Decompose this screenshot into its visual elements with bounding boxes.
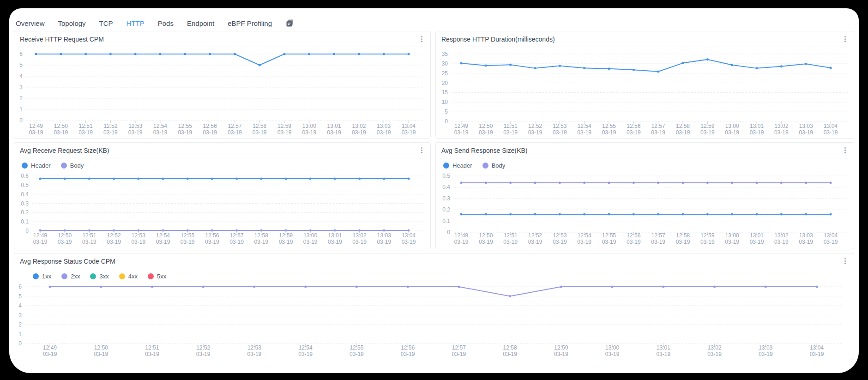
x-axis-date-label: 03-19 (303, 239, 318, 245)
x-axis-time-label: 12:55 (602, 232, 616, 239)
x-axis-date-label: 03-19 (203, 129, 217, 136)
y-axis-label: 0 (447, 229, 450, 235)
data-point (682, 181, 684, 184)
y-axis-label: 2 (19, 95, 23, 102)
x-axis-date-label: 03-19 (503, 129, 518, 136)
x-axis-time-label: 12:52 (107, 232, 121, 239)
legend-item-5xx[interactable]: 5xx (148, 273, 166, 280)
x-axis-time-label: 13:04 (402, 123, 416, 129)
x-axis-date-label: 03-19 (156, 239, 170, 245)
x-axis-time-label: 13:03 (799, 123, 813, 129)
legend-dot (148, 273, 154, 279)
copy-report-icon[interactable] (285, 18, 295, 28)
y-axis-label: 0.4 (21, 191, 29, 198)
tab-topology[interactable]: Topology (58, 19, 86, 27)
tab-bar: Overview Topology TCP HTTP Pods Endpoint… (16, 15, 850, 31)
legend-item-2xx[interactable]: 2xx (61, 273, 80, 280)
legend-label: 3xx (99, 273, 108, 280)
data-point (731, 181, 733, 184)
line-chart-avg-receive-request-size[interactable]: 0.60.50.40.30.20.1012:4903-1912:5003-191… (14, 172, 430, 249)
legend-item-body[interactable]: Body (61, 162, 84, 169)
y-axis-label: 1 (19, 106, 23, 113)
y-axis-label: 0.2 (21, 209, 29, 216)
x-axis-date-label: 03-19 (352, 239, 367, 245)
tab-endpoint[interactable]: Endpoint (187, 19, 214, 27)
data-point (706, 58, 709, 60)
x-axis-time-label: 13:01 (750, 232, 764, 239)
panel-title: Response HTTP Duration(milliseconds) (441, 36, 555, 43)
x-axis-date-label: 03-19 (352, 129, 366, 136)
x-axis-date-label: 03-19 (33, 239, 48, 245)
data-point (356, 286, 358, 288)
data-point (259, 64, 261, 66)
line-chart-avg-send-response-size[interactable]: 0.50.40.30.20.1012:4903-1912:5003-1912:5… (436, 172, 854, 249)
line-chart-avg-response-status-code-cpm[interactable]: 654321012:4903-1912:5003-1912:5103-1912:… (14, 283, 854, 360)
x-axis-time-label: 12:56 (203, 123, 217, 129)
y-axis-label: 3 (18, 312, 22, 319)
tab-http[interactable]: HTTP (127, 19, 145, 27)
legend-item-header[interactable]: Header (443, 162, 472, 169)
data-point (408, 53, 410, 55)
legend-item-header[interactable]: Header (22, 162, 51, 169)
x-axis-time-label: 12:49 (43, 344, 57, 351)
data-point (662, 286, 664, 288)
legend-item-3xx[interactable]: 3xx (90, 273, 108, 280)
legend-item-1xx[interactable]: 1xx (33, 273, 51, 280)
tab-overview[interactable]: Overview (16, 19, 45, 27)
x-axis-date-label: 03-19 (328, 239, 342, 245)
x-axis-time-label: 12:50 (479, 232, 493, 239)
line-chart-receive-http-request-cpm[interactable]: 654321012:4903-1912:5003-1912:5103-1912:… (14, 47, 430, 138)
data-point (113, 229, 115, 232)
x-axis-date-label: 03-19 (553, 239, 567, 245)
x-axis-time-label: 12:49 (454, 232, 468, 239)
data-point (657, 70, 659, 72)
data-point (308, 53, 310, 55)
y-axis-label: 0 (25, 228, 29, 234)
data-point (780, 181, 783, 184)
data-point (285, 229, 287, 232)
data-point (184, 53, 186, 55)
data-point (608, 181, 610, 184)
tab-tcp[interactable]: TCP (99, 19, 113, 27)
data-point (805, 63, 807, 65)
y-axis-label: 0 (18, 340, 22, 347)
y-axis-label: 6 (19, 51, 23, 57)
line-chart-response-http-duration[interactable]: 3530252015105012:4903-1912:5003-1912:510… (436, 47, 854, 138)
panel-header: Response HTTP Duration(milliseconds) (436, 31, 854, 47)
x-axis-date-label: 03-19 (700, 129, 715, 136)
data-point (211, 229, 213, 232)
y-axis-label: 2 (18, 321, 22, 328)
x-axis-time-label: 12:49 (454, 123, 468, 129)
y-axis-label: 0.5 (442, 173, 450, 179)
data-point (460, 62, 463, 65)
panel-response-http-duration: Response HTTP Duration(milliseconds) 353… (435, 31, 854, 139)
y-axis-label: 0 (445, 118, 448, 125)
panel-title: Avg Receive Request Size(KB) (20, 147, 109, 154)
tab-pods[interactable]: Pods (158, 19, 174, 27)
kebab-menu-icon[interactable] (419, 34, 425, 44)
legend-dot (61, 163, 67, 169)
x-axis-time-label: 13:04 (824, 232, 838, 239)
tab-ebpf-profiling[interactable]: eBPF Profiling (228, 19, 272, 27)
x-axis-time-label: 12:55 (178, 123, 192, 129)
kebab-menu-icon[interactable] (842, 256, 848, 266)
kebab-menu-icon[interactable] (842, 145, 848, 155)
kebab-menu-icon[interactable] (842, 34, 848, 44)
legend-item-body[interactable]: Body (482, 162, 506, 169)
legend-item-4xx[interactable]: 4xx (119, 273, 138, 280)
x-axis-date-label: 03-19 (725, 239, 739, 245)
x-axis-date-label: 03-19 (627, 239, 641, 245)
x-axis-time-label: 12:58 (503, 344, 517, 351)
x-axis-time-label: 13:03 (377, 123, 391, 129)
data-point (358, 177, 361, 180)
data-point (151, 286, 153, 288)
x-axis-date-label: 03-19 (94, 351, 108, 357)
kebab-menu-icon[interactable] (419, 145, 425, 155)
data-point (383, 229, 385, 232)
panel-avg-send-response-size: Avg Send Response Size(KB) HeaderBody 0.… (435, 142, 854, 249)
y-axis-label: 3 (19, 84, 23, 90)
data-point (39, 177, 42, 180)
x-axis-time-label: 12:59 (700, 232, 714, 239)
data-point (235, 229, 238, 232)
panel-title: Avg Send Response Size(KB) (441, 147, 528, 154)
